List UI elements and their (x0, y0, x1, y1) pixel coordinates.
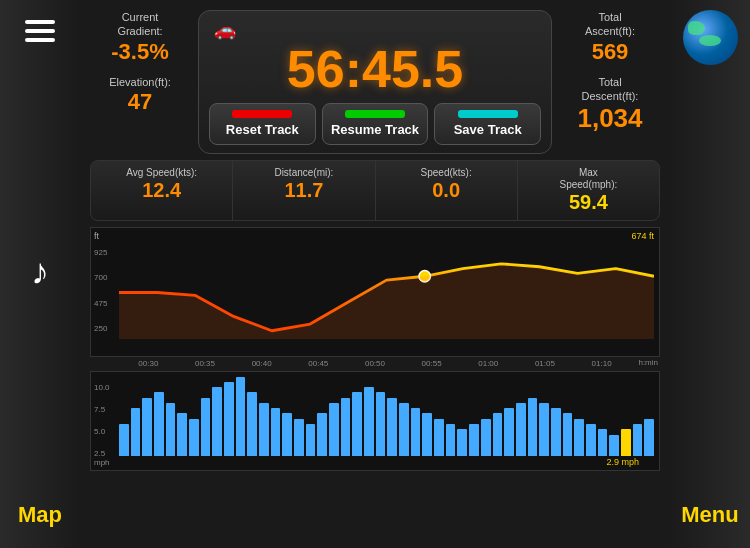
resume-track-button[interactable]: Resume Track (322, 103, 429, 145)
left-sidebar: ♪ Map (0, 0, 80, 548)
speed-bar (621, 429, 631, 455)
speed-bar (411, 408, 421, 455)
stats-row: Avg Speed(kts): 12.4 Distance(mi): 11.7 … (90, 160, 660, 221)
speed-bar (387, 398, 397, 456)
speed-bar (166, 403, 176, 456)
save-track-button[interactable]: Save Track (434, 103, 541, 145)
speed-bar (457, 429, 467, 455)
distance-label: Distance(mi): (239, 167, 368, 179)
gradient-value: -3.5% (90, 39, 190, 65)
speed-value: 0.0 (382, 179, 511, 202)
speed-bar (236, 377, 246, 456)
max-speed-label: MaxSpeed(mph): (524, 167, 653, 191)
speed-y-labels: 10.0 7.5 5.0 2.5 (94, 372, 110, 470)
speed-bar (504, 408, 514, 455)
avg-speed-stat: Avg Speed(kts): 12.4 (91, 161, 233, 220)
speed-bar (247, 392, 257, 455)
elevation-chart: ft 674 ft 925 700 475 250 (90, 227, 660, 357)
speed-bar (446, 424, 456, 456)
speed-bar (434, 419, 444, 456)
right-sidebar: Menu (670, 0, 750, 548)
speed-bar (341, 398, 351, 456)
speed-bar (142, 398, 152, 456)
speed-bar (481, 419, 491, 456)
save-indicator (458, 110, 518, 118)
total-ascent-value: 569 (560, 39, 660, 65)
speed-stat: Speed(kts): 0.0 (376, 161, 518, 220)
avg-speed-label: Avg Speed(kts): (97, 167, 226, 179)
center-panel: 🚗 56:45.5 Reset Track Resume Track Save … (198, 10, 552, 154)
distance-stat: Distance(mi): 11.7 (233, 161, 375, 220)
speed-bar (551, 408, 561, 455)
button-row: Reset Track Resume Track Save Track (209, 103, 541, 145)
speed-bar (364, 387, 374, 455)
speed-bar (493, 413, 503, 455)
speed-bar (598, 429, 608, 455)
speed-bar (131, 408, 141, 455)
speed-bar (574, 419, 584, 456)
elevation-chart-area: ft 674 ft 925 700 475 250 (90, 227, 660, 471)
right-info-panel: TotalAscent(ft): 569 TotalDescent(ft): 1… (560, 10, 660, 134)
speed-bar (563, 413, 573, 455)
music-icon[interactable]: ♪ (31, 251, 49, 293)
total-ascent-label: TotalAscent(ft): (560, 10, 660, 39)
speed-bar (271, 408, 281, 455)
speed-bar (306, 424, 316, 456)
speed-bar (539, 403, 549, 456)
elevation-value: 47 (90, 89, 190, 115)
speed-bar (317, 413, 327, 455)
speed-bar (399, 403, 409, 456)
reset-indicator (232, 110, 292, 118)
speed-bar (586, 424, 596, 456)
main-content: CurrentGradient: -3.5% Elevation(ft): 47… (80, 0, 670, 548)
speed-bars (119, 377, 654, 456)
speed-bar (224, 382, 234, 456)
speed-bar (294, 419, 304, 456)
car-icon: 🚗 (209, 19, 236, 41)
elevation-label: Elevation(ft): (90, 75, 190, 89)
total-descent-value: 1,034 (560, 103, 660, 134)
hamburger-menu-button[interactable] (25, 20, 55, 42)
map-button[interactable]: Map (18, 502, 62, 528)
speed-bar (259, 403, 269, 456)
gradient-label: CurrentGradient: (90, 10, 190, 39)
speed-bar (119, 424, 129, 456)
menu-button[interactable]: Menu (681, 502, 738, 528)
speed-bar (644, 419, 654, 456)
speed-bar (528, 398, 538, 456)
speed-bar (376, 392, 386, 455)
speed-bar (282, 413, 292, 455)
total-descent-label: TotalDescent(ft): (560, 75, 660, 104)
speed-bar (633, 424, 643, 456)
speed-bar (201, 398, 211, 456)
resume-indicator (345, 110, 405, 118)
speed-bar (154, 392, 164, 455)
svg-marker-1 (119, 263, 654, 338)
speed-label: Speed(kts): (382, 167, 511, 179)
speed-bar (352, 392, 362, 455)
speed-bar (177, 413, 187, 455)
speed-bar (422, 413, 432, 455)
speed-bar (516, 403, 526, 456)
speed-bar (469, 424, 479, 456)
reset-track-button[interactable]: Reset Track (209, 103, 316, 145)
timer-display: 56:45.5 (287, 43, 463, 95)
speed-bar (189, 419, 199, 456)
speed-current-label: 2.9 mph (606, 457, 639, 467)
elevation-line-svg (119, 240, 654, 339)
speed-bar (329, 403, 339, 456)
distance-value: 11.7 (239, 179, 368, 202)
top-section: CurrentGradient: -3.5% Elevation(ft): 47… (80, 0, 670, 154)
left-info-panel: CurrentGradient: -3.5% Elevation(ft): 47 (90, 10, 190, 115)
max-speed-stat: MaxSpeed(mph): 59.4 (518, 161, 659, 220)
globe-icon[interactable] (683, 10, 738, 65)
speed-bar (212, 387, 222, 455)
speed-bar (609, 435, 619, 456)
speed-chart: 10.0 7.5 5.0 2.5 mph 2.9 mph (90, 371, 660, 471)
max-speed-value: 59.4 (524, 191, 653, 214)
speed-unit-label: mph (94, 458, 110, 467)
elevation-y-labels: 925 700 475 250 (94, 228, 107, 356)
avg-speed-value: 12.4 (97, 179, 226, 202)
